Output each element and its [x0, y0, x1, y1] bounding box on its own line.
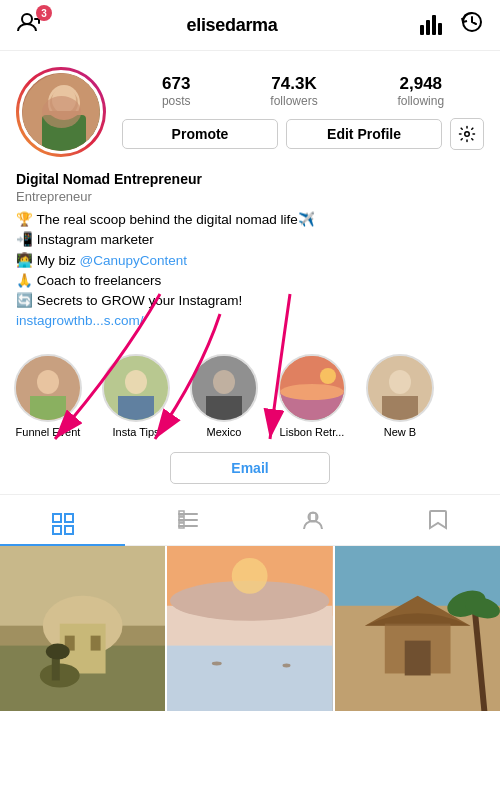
highlight-circle-5 — [366, 354, 434, 422]
highlight-circle-3 — [190, 354, 258, 422]
bio-category: Entrepreneur — [16, 189, 484, 204]
email-section: Email — [0, 444, 500, 495]
tab-tagged[interactable] — [250, 505, 375, 535]
stats-row: 673 posts 74.3K followers 2,948 followin… — [122, 74, 484, 108]
tabs-row — [0, 495, 500, 546]
highlight-label-3: Mexico — [207, 426, 242, 438]
bio-mention[interactable]: @CanupyContent — [80, 253, 188, 268]
bio-text: 🏆 The real scoop behind the digital noma… — [16, 210, 484, 332]
svg-rect-22 — [206, 396, 242, 420]
following-stat[interactable]: 2,948 following — [397, 74, 444, 108]
highlight-lisbon[interactable]: Lisbon Retr... — [276, 354, 348, 438]
nav-right — [420, 10, 484, 40]
svg-rect-19 — [118, 396, 154, 420]
tab-list[interactable] — [125, 505, 250, 535]
stats-wrap: 673 posts 74.3K followers 2,948 followin… — [122, 74, 484, 150]
photo-grid — [0, 546, 500, 711]
photo-cell-3[interactable] — [335, 546, 500, 711]
profile-header: 673 posts 74.3K followers 2,948 followin… — [0, 51, 500, 167]
svg-rect-33 — [65, 526, 73, 534]
history-icon[interactable] — [460, 10, 484, 40]
svg-rect-16 — [30, 396, 66, 420]
bio-section: Digital Nomad Entrepreneur Entrepreneur … — [0, 167, 500, 344]
svg-rect-30 — [53, 514, 61, 522]
highlight-circle-1 — [14, 354, 82, 422]
bio-line-2: 📲 Instagram marketer — [16, 230, 484, 250]
bio-link[interactable]: instagrowthb...s.com/ — [16, 313, 144, 328]
highlight-circle-4 — [278, 354, 346, 422]
svg-point-10 — [465, 132, 470, 137]
top-nav: 3 elisedarma — [0, 0, 500, 51]
svg-point-28 — [389, 370, 411, 394]
svg-point-57 — [232, 557, 268, 593]
avatar-wrap[interactable] — [16, 67, 106, 157]
followers-stat[interactable]: 74.3K followers — [270, 74, 317, 108]
svg-point-18 — [125, 370, 147, 394]
highlight-label-1: Funnel Event — [16, 426, 81, 438]
svg-point-0 — [22, 14, 32, 24]
bio-name: Digital Nomad Entrepreneur — [16, 171, 484, 187]
svg-rect-31 — [65, 514, 73, 522]
edit-profile-button[interactable]: Edit Profile — [286, 119, 442, 149]
analytics-icon[interactable] — [420, 15, 442, 35]
svg-rect-32 — [53, 526, 61, 534]
buttons-row: Promote Edit Profile — [122, 118, 484, 150]
highlight-label-4: Lisbon Retr... — [280, 426, 345, 438]
bio-line-1: 🏆 The real scoop behind the digital noma… — [16, 210, 484, 230]
bio-line-5: 🔄 Secrets to GROW your Instagram! — [16, 291, 484, 311]
avatar-ring — [16, 67, 106, 157]
svg-point-58 — [212, 661, 222, 665]
svg-rect-7 — [42, 115, 86, 151]
svg-point-51 — [46, 643, 70, 659]
nav-left: 3 — [16, 11, 44, 39]
svg-point-25 — [280, 384, 344, 400]
promote-button[interactable]: Promote — [122, 119, 278, 149]
svg-rect-29 — [382, 396, 418, 420]
svg-point-59 — [283, 663, 291, 667]
highlights-section: Funnel Event Insta Tips Mexico Lisbon Re… — [0, 344, 500, 444]
svg-rect-66 — [404, 640, 430, 675]
settings-button[interactable] — [450, 118, 484, 150]
highlight-label-5: New B — [384, 426, 416, 438]
bio-line-3: 👩‍💻 My biz @CanupyContent — [16, 251, 484, 271]
svg-point-49 — [40, 663, 80, 687]
tab-grid[interactable] — [0, 505, 125, 546]
photo-cell-1[interactable] — [0, 546, 165, 711]
highlight-label-2: Insta Tips — [112, 426, 159, 438]
tab-saved[interactable] — [375, 505, 500, 535]
highlight-mexico[interactable]: Mexico — [188, 354, 260, 438]
posts-stat[interactable]: 673 posts — [162, 74, 191, 108]
highlight-insta-tips[interactable]: Insta Tips — [100, 354, 172, 438]
highlight-funnel-event[interactable]: Funnel Event — [12, 354, 84, 438]
svg-point-9 — [52, 87, 76, 113]
email-button[interactable]: Email — [170, 452, 329, 484]
photo-cell-2[interactable] — [167, 546, 332, 711]
notification-badge: 3 — [36, 5, 52, 21]
highlight-circle-2 — [102, 354, 170, 422]
svg-point-26 — [320, 368, 336, 384]
avatar-image — [22, 73, 100, 151]
svg-rect-48 — [91, 635, 101, 650]
highlight-new-b[interactable]: New B — [364, 354, 436, 438]
avatar-inner — [19, 70, 103, 154]
svg-point-21 — [213, 370, 235, 394]
svg-point-15 — [37, 370, 59, 394]
svg-rect-55 — [167, 645, 332, 711]
svg-rect-41 — [310, 513, 316, 521]
username-title: elisedarma — [186, 15, 277, 36]
bio-line-4: 🙏 Coach to freelancers — [16, 271, 484, 291]
